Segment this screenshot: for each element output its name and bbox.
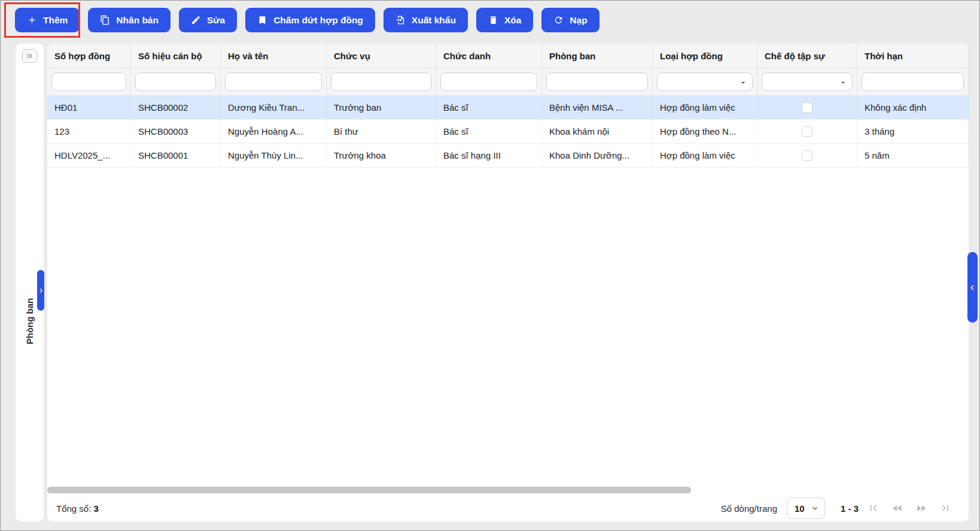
plus-icon	[27, 15, 37, 25]
first-page-button[interactable]	[867, 502, 880, 515]
probation-checkbox[interactable]	[802, 102, 812, 113]
pagination	[867, 502, 952, 515]
double-chevron-right-icon	[25, 51, 34, 60]
table-footer: Tổng số: 3 Số dòng/trang 10 1 - 3	[47, 495, 969, 521]
cell-text: Nguyễn Thùy Lin...	[228, 150, 303, 160]
probation-checkbox[interactable]	[802, 150, 812, 161]
toolbar-button-3[interactable]: Sửa	[179, 8, 237, 32]
cell-1-8	[757, 96, 857, 119]
toolbar-button-5[interactable]: Xuất khẩu	[384, 8, 468, 32]
cell-text: SHCB00003	[138, 126, 188, 136]
cell-1-3: Dương Kiều Tran...	[221, 96, 327, 119]
dropdown-arrow-icon	[738, 78, 748, 87]
column-header-5[interactable]: Chức danh	[436, 44, 542, 68]
column-header-label: Loại hợp đồng	[660, 51, 723, 61]
cell-2-1: 123	[47, 120, 131, 143]
last-page-icon	[939, 502, 951, 514]
column-header-6[interactable]: Phòng ban	[542, 44, 653, 68]
export-icon	[395, 15, 406, 25]
column-header-3[interactable]: Họ và tên	[221, 44, 327, 68]
cell-2-3: Nguyễn Hoàng A...	[221, 120, 327, 143]
column-header-1[interactable]: Số hợp đồng	[47, 44, 131, 68]
toolbar-button-1[interactable]: Thêm	[15, 8, 80, 32]
cell-3-8	[757, 144, 857, 167]
filter-cell-1	[47, 68, 131, 95]
column-header-2[interactable]: Số hiệu cán bộ	[131, 44, 221, 68]
cell-text: Bác sĩ	[443, 102, 468, 113]
filter-input-9[interactable]	[862, 72, 964, 91]
total-count: Tổng số: 3	[56, 503, 99, 514]
cell-text: Bí thư	[334, 126, 358, 136]
filter-cell-3	[221, 68, 327, 95]
horizontal-scrollbar-thumb[interactable]	[47, 487, 691, 493]
last-page-button[interactable]	[939, 502, 952, 515]
filter-input-1[interactable]	[51, 72, 126, 91]
cell-2-6: Khoa khám nội	[542, 120, 653, 143]
toolbar-button-6[interactable]: Xóa	[476, 8, 533, 32]
fast-rewind-icon	[891, 502, 903, 514]
column-header-4[interactable]: Chức vụ	[327, 44, 436, 68]
cell-1-7: Hợp đồng làm việc	[653, 96, 757, 119]
sidebar-open-handle[interactable]	[37, 270, 44, 311]
refresh-icon	[553, 15, 564, 25]
filter-cell-9	[857, 68, 969, 95]
page-range: 1 - 3	[841, 503, 859, 514]
column-header-label: Chế độ tập sự	[765, 51, 825, 61]
table-row-1[interactable]: HĐ01SHCB00002Dương Kiều Tran...Trưởng ba…	[47, 96, 969, 120]
rows-per-page-value: 10	[795, 503, 805, 514]
filter-input-4[interactable]	[331, 72, 431, 91]
pencil-icon	[191, 15, 201, 25]
cell-3-5: Bác sĩ hạng III	[436, 144, 542, 167]
filter-cell-4	[327, 68, 436, 95]
sidebar-expand-button[interactable]	[22, 49, 37, 63]
right-panel-open-handle[interactable]	[967, 252, 978, 323]
probation-checkbox[interactable]	[802, 126, 812, 137]
cell-text: Nguyễn Hoàng A...	[228, 126, 303, 136]
cell-2-8	[757, 120, 857, 143]
column-header-7[interactable]: Loại hợp đồng	[653, 44, 757, 68]
toolbar-button-2[interactable]: Nhân bản	[88, 8, 171, 32]
cell-1-4: Trưởng ban	[327, 96, 436, 119]
cell-text: Trưởng khoa	[334, 150, 386, 160]
toolbar-button-label: Xóa	[504, 15, 521, 26]
column-header-9[interactable]: Thời hạn	[857, 44, 969, 68]
cell-text: Hợp đồng theo N...	[660, 126, 736, 136]
filter-input-2[interactable]	[135, 72, 216, 91]
filter-select-7[interactable]	[657, 72, 753, 91]
table-header-row: Số hợp đồngSố hiệu cán bộHọ và tênChức v…	[47, 44, 969, 68]
table-empty-area	[47, 168, 969, 485]
cell-text: Khoa Dinh Dưỡng...	[549, 150, 629, 160]
column-header-8[interactable]: Chế độ tập sự	[757, 44, 857, 68]
total-count-value: 3	[94, 503, 99, 514]
prev-page-button[interactable]	[891, 502, 904, 515]
rows-per-page-select[interactable]: 10	[787, 497, 825, 519]
table-row-2[interactable]: 123SHCB00003Nguyễn Hoàng A...Bí thưBác s…	[47, 120, 969, 144]
chevron-right-icon	[38, 287, 44, 294]
fast-forward-icon	[915, 502, 927, 514]
cell-3-9: 5 năm	[857, 144, 969, 167]
table-row-3[interactable]: HDLV2025_...SHCB00001Nguyễn Thùy Lin...T…	[47, 144, 969, 168]
cell-text: Không xác định	[865, 102, 926, 113]
filter-input-6[interactable]	[546, 72, 648, 91]
column-header-label: Thời hạn	[865, 51, 903, 61]
filter-select-8[interactable]	[762, 72, 853, 91]
filter-input-3[interactable]	[225, 72, 322, 91]
chevron-down-icon	[810, 503, 820, 513]
cell-2-7: Hợp đồng theo N...	[653, 120, 757, 143]
cell-text: SHCB00002	[138, 102, 188, 113]
toolbar-button-7[interactable]: Nạp	[541, 8, 599, 32]
filter-input-5[interactable]	[440, 72, 537, 91]
toolbar-button-label: Thêm	[43, 15, 68, 26]
cell-text: Hợp đồng làm việc	[660, 150, 735, 160]
cell-2-2: SHCB00003	[131, 120, 221, 143]
sidebar-tab-label: Phòng ban	[25, 298, 35, 344]
cell-text: 3 tháng	[865, 126, 894, 136]
cell-text: Trưởng ban	[334, 102, 381, 113]
toolbar-button-4[interactable]: Chấm dứt hợp đồng	[245, 8, 375, 32]
cell-text: Bệnh viện MISA ...	[549, 102, 623, 113]
toolbar-button-label: Nạp	[570, 15, 587, 26]
next-page-button[interactable]	[915, 502, 928, 515]
cell-text: Hợp đồng làm việc	[660, 102, 735, 113]
cell-text: Bác sĩ hạng III	[443, 150, 501, 160]
cell-3-6: Khoa Dinh Dưỡng...	[542, 144, 653, 167]
